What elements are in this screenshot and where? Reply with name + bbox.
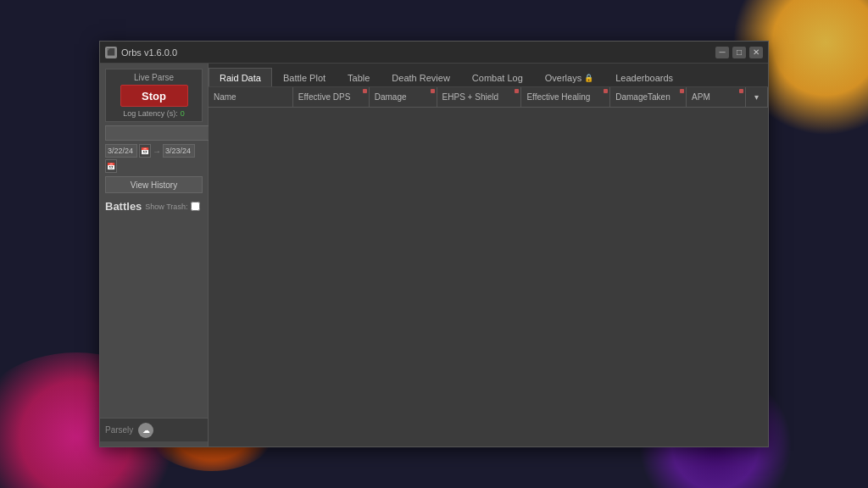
tab-raid-data[interactable]: Raid Data xyxy=(209,68,272,86)
minimize-button[interactable]: ─ xyxy=(715,47,729,58)
tab-battle-plot[interactable]: Battle Plot xyxy=(272,68,337,86)
sort-indicator-ehps-shield xyxy=(515,89,519,93)
live-parse-label: Live Parse xyxy=(134,73,174,82)
sort-indicator-damage-taken xyxy=(680,89,684,93)
col-header-damage[interactable]: Damage xyxy=(370,87,437,107)
app-window: ⬛ Orbs v1.6.0.0 ─ □ ✕ Live Parse Stop Lo… xyxy=(99,41,769,447)
battles-section: Battles Show Trash: xyxy=(105,200,203,216)
sort-indicator-damage xyxy=(431,89,435,93)
date-arrow: → xyxy=(153,147,161,156)
col-header-name[interactable]: Name xyxy=(209,87,293,107)
parsely-icon[interactable]: ☁ xyxy=(138,423,153,438)
tab-death-review[interactable]: Death Review xyxy=(381,68,460,86)
tab-combat-log[interactable]: Combat Log xyxy=(461,68,534,86)
log-latency-row: Log Latency (s): 0 xyxy=(123,109,185,118)
log-latency-label: Log Latency (s): xyxy=(123,109,178,118)
col-header-ehps-shield[interactable]: EHPS + Shield xyxy=(437,87,522,107)
parsely-bar: Parsely ☁ xyxy=(100,418,208,441)
tab-leaderboards[interactable]: Leaderboards xyxy=(604,68,684,86)
app-icon: ⬛ xyxy=(105,47,117,58)
sort-indicator-apm xyxy=(739,89,743,93)
maximize-button[interactable]: □ xyxy=(732,47,746,58)
right-panel: Raid Data Battle Plot Table Death Review… xyxy=(209,64,768,446)
col-header-more[interactable]: ▾ xyxy=(746,87,768,107)
col-header-apm[interactable]: APM xyxy=(687,87,746,107)
close-button[interactable]: ✕ xyxy=(749,47,763,58)
tab-bar: Raid Data Battle Plot Table Death Review… xyxy=(209,64,768,87)
sort-indicator-effective-healing xyxy=(604,89,608,93)
date-range-row: 📅 → 📅 xyxy=(105,144,203,173)
left-panel: Live Parse Stop Log Latency (s): 0 Load … xyxy=(100,64,209,446)
content-area: Live Parse Stop Log Latency (s): 0 Load … xyxy=(100,64,768,446)
show-trash-label: Show Trash: xyxy=(145,202,187,211)
date-end-calendar-button[interactable]: 📅 xyxy=(105,159,117,173)
date-end-input[interactable] xyxy=(163,144,195,158)
window-title: Orbs v1.6.0.0 xyxy=(121,47,715,58)
col-header-effective-healing[interactable]: Effective Healing xyxy=(521,87,610,107)
stop-button[interactable]: Stop xyxy=(120,85,188,107)
sort-indicator-effective-dps xyxy=(363,89,367,93)
parsely-label: Parsely xyxy=(105,425,133,435)
tab-overlays[interactable]: Overlays 🔒 xyxy=(534,68,604,86)
load-input[interactable] xyxy=(105,125,220,141)
tab-table[interactable]: Table xyxy=(337,68,381,86)
load-row: Load xyxy=(105,125,203,141)
overlays-lock-icon: 🔒 xyxy=(584,74,593,82)
col-header-effective-dps[interactable]: Effective DPS xyxy=(293,87,370,107)
col-header-damage-taken[interactable]: DamageTaken xyxy=(610,87,687,107)
battles-header: Battles Show Trash: xyxy=(105,200,203,213)
window-controls: ─ □ ✕ xyxy=(715,47,763,58)
battles-title: Battles xyxy=(105,200,142,213)
log-latency-value: 0 xyxy=(181,109,185,118)
show-trash-checkbox[interactable] xyxy=(191,202,200,211)
data-area xyxy=(209,108,768,446)
view-history-button[interactable]: View History xyxy=(105,176,203,193)
table-header: Name Effective DPS Damage EHPS + Shield … xyxy=(209,87,768,108)
title-bar: ⬛ Orbs v1.6.0.0 ─ □ ✕ xyxy=(100,42,768,64)
live-parse-box: Live Parse Stop Log Latency (s): 0 xyxy=(105,69,203,122)
date-start-calendar-button[interactable]: 📅 xyxy=(139,144,151,158)
date-start-input[interactable] xyxy=(105,144,137,158)
